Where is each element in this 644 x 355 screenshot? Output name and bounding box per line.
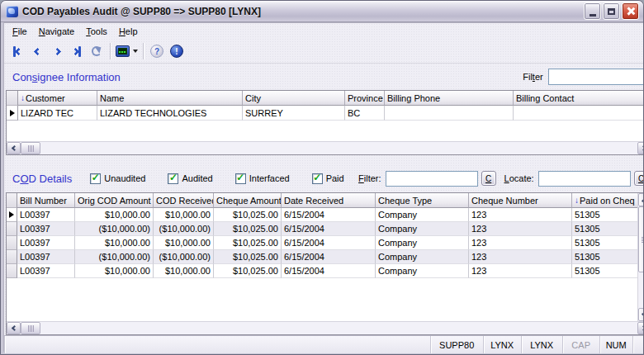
scroll-up-button[interactable] <box>638 193 644 206</box>
paid-checkbox[interactable]: ✓ Paid <box>312 173 348 184</box>
close-button[interactable] <box>622 2 639 20</box>
scroll-right-button[interactable] <box>637 142 644 154</box>
hscroll-thumb[interactable] <box>21 322 40 334</box>
column-header-bill-number[interactable]: Bill Number <box>17 193 75 208</box>
column-header-city[interactable]: City <box>243 91 345 106</box>
previous-record-button[interactable] <box>27 41 47 61</box>
checkbox-label: Paid <box>326 173 344 183</box>
menu-tools[interactable]: Tools <box>80 25 113 38</box>
toolbar-separator <box>110 43 111 59</box>
table-row[interactable]: L00397 $10,000.00 $10,000.00 $10,025.00 … <box>7 208 637 222</box>
table-row[interactable]: L00397 ($10,000.00) ($10,000.00) $10,025… <box>7 250 637 264</box>
cod-hscrollbar[interactable] <box>7 321 644 334</box>
app-icon <box>6 6 18 17</box>
scroll-right-button[interactable] <box>637 322 644 334</box>
column-header-cheque-type[interactable]: Cheque Type <box>376 193 469 208</box>
cod-filter-input[interactable] <box>386 171 478 187</box>
row-selector[interactable] <box>7 264 17 278</box>
consignee-filter-label: Filter <box>523 72 542 82</box>
refresh-button[interactable] <box>87 41 107 61</box>
column-header-customer[interactable]: ↓Customer <box>18 91 97 106</box>
resize-grip[interactable] <box>632 336 644 353</box>
unaudited-checkbox[interactable]: ✓ Unaudited <box>90 173 149 184</box>
cod-table: Bill Number Orig COD Amount COD Received… <box>6 192 644 335</box>
column-header-name[interactable]: Name <box>97 91 243 106</box>
info-icon: ! <box>170 45 183 58</box>
checkbox-box: ✓ <box>235 173 246 184</box>
checkbox-box: ✓ <box>312 173 323 184</box>
vscroll-thumb[interactable] <box>638 206 644 272</box>
status-message-area <box>4 336 430 353</box>
table-row[interactable]: LIZARD TEC LIZARD TECHNOLOGIES SURREY BC <box>7 106 644 121</box>
column-header-province[interactable]: Province <box>345 91 385 106</box>
checkbox-label: Interfaced <box>249 173 290 183</box>
next-record-button[interactable] <box>47 41 67 61</box>
minimize-button[interactable] <box>584 2 601 20</box>
minimize-icon <box>590 14 596 17</box>
consignee-table: ↓Customer Name City Province Billing Pho… <box>6 90 644 155</box>
next-record-icon <box>53 47 61 55</box>
column-header-cheque-number[interactable]: Cheque Number <box>469 193 572 208</box>
current-row-indicator <box>7 208 17 222</box>
scroll-left-icon <box>12 325 17 331</box>
filter-clear-button[interactable]: C <box>481 171 496 186</box>
first-record-button[interactable] <box>7 41 27 61</box>
help-button[interactable]: ? <box>147 41 167 61</box>
menu-file[interactable]: File <box>7 25 33 38</box>
current-row-arrow-icon <box>10 110 15 116</box>
checkbox-box: ✓ <box>90 173 101 184</box>
column-header-billing-contact[interactable]: Billing Contact <box>514 91 644 106</box>
consignee-filter-input[interactable] <box>548 69 644 85</box>
toolbar-separator <box>143 43 144 59</box>
status-numlock: NUM <box>599 336 632 353</box>
cod-locate-input[interactable] <box>538 171 631 187</box>
terminal-dropdown-button[interactable] <box>114 41 140 61</box>
status-bar: SUPP80 LYNX LYNX CAP NUM <box>4 335 644 353</box>
selector-header-cell <box>7 193 17 208</box>
row-selector[interactable] <box>7 222 17 236</box>
scroll-right-icon <box>641 325 644 331</box>
interfaced-checkbox[interactable]: ✓ Interfaced <box>235 173 294 184</box>
row-selector[interactable] <box>7 236 17 250</box>
consignee-hscrollbar[interactable] <box>7 141 644 154</box>
scroll-left-button[interactable] <box>7 142 21 154</box>
cod-filter-label: Filter: <box>358 173 381 183</box>
dropdown-caret-icon <box>133 50 138 53</box>
checkbox-box: ✓ <box>168 173 178 184</box>
audited-checkbox[interactable]: ✓ Audited <box>168 173 216 184</box>
refresh-icon <box>92 46 102 56</box>
column-header-orig-cod-amount[interactable]: Orig COD Amount <box>75 193 154 208</box>
locate-clear-button[interactable]: C <box>634 171 644 186</box>
previous-record-icon <box>33 47 41 55</box>
menu-navigate[interactable]: Navigate <box>33 25 80 38</box>
sort-desc-icon: ↓ <box>21 93 25 102</box>
last-record-button[interactable] <box>67 41 87 61</box>
hscroll-thumb[interactable] <box>21 142 40 154</box>
column-header-billing-phone[interactable]: Billing Phone <box>385 91 514 106</box>
terminal-icon <box>116 45 130 57</box>
table-row[interactable]: L00397 $10,000.00 $10,000.00 $10,025.00 … <box>7 236 637 250</box>
toolbar: ? ! <box>4 40 644 64</box>
close-icon <box>626 7 635 16</box>
scroll-left-button[interactable] <box>7 322 21 334</box>
window-title: COD Payables Audit @ SUPP80 => SUPP80 [L… <box>22 6 582 17</box>
maximize-icon <box>608 8 615 15</box>
column-header-date-received[interactable]: Date Received <box>282 193 376 208</box>
title-bar[interactable]: COD Payables Audit @ SUPP80 => SUPP80 [L… <box>1 1 643 22</box>
column-header-paid-on-cheque[interactable]: ↓Paid on Cheq <box>572 193 637 208</box>
column-header-cod-received[interactable]: COD Received <box>154 193 214 208</box>
column-header-cheque-amount[interactable]: Cheque Amount <box>214 193 282 208</box>
maximize-button[interactable] <box>603 2 620 20</box>
consignee-section-label: Consignee Information <box>12 71 121 83</box>
window-frame: File Navigate Tools Help ? ! Consignee I… <box>1 22 643 354</box>
scroll-down-button[interactable] <box>638 308 644 321</box>
current-row-arrow-icon <box>9 211 14 218</box>
table-row[interactable]: L00397 ($10,000.00) ($10,000.00) $10,025… <box>7 222 637 236</box>
cod-locate-label: Locate: <box>504 173 534 183</box>
menu-help[interactable]: Help <box>113 25 144 38</box>
cod-vscrollbar[interactable] <box>637 193 644 321</box>
status-company: LYNX <box>483 336 521 353</box>
row-selector[interactable] <box>7 250 17 264</box>
table-row[interactable]: L00397 $10,000.00 $10,000.00 $10,025.00 … <box>7 264 637 278</box>
info-button[interactable]: ! <box>167 41 187 61</box>
